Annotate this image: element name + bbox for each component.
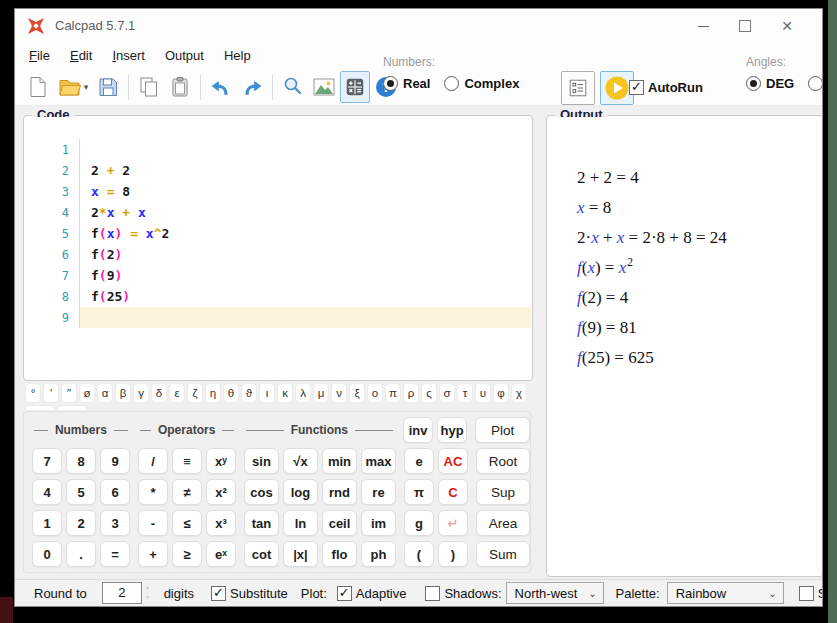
keypad-button[interactable]: xʸ [206, 448, 236, 474]
symbol-button[interactable]: ς [421, 383, 437, 403]
keypad-button[interactable]: sin [244, 448, 279, 474]
menu-item[interactable]: Help [214, 44, 261, 67]
symbol-button[interactable]: π [385, 383, 401, 403]
new-file-button[interactable] [23, 71, 53, 103]
save-button[interactable] [93, 71, 123, 103]
keypad-button[interactable]: C [438, 479, 468, 505]
symbol-button[interactable]: ′ [43, 383, 59, 403]
maximize-button[interactable] [724, 11, 766, 41]
keypad-button[interactable]: cos [244, 479, 279, 505]
symbol-button[interactable]: ø [79, 383, 95, 403]
symbol-button[interactable]: τ [457, 383, 473, 403]
keypad-button[interactable]: im [361, 510, 396, 536]
symbol-button[interactable]: θ [223, 383, 239, 403]
keypad-button[interactable]: = [100, 541, 130, 567]
keypad-button[interactable]: π [404, 479, 434, 505]
angles-radio-option[interactable]: RAD [808, 76, 823, 91]
symbol-button[interactable]: δ [151, 383, 167, 403]
redo-button[interactable] [237, 71, 267, 103]
symbol-button[interactable]: λ [295, 383, 311, 403]
keypad-side-button[interactable]: Area [476, 510, 530, 536]
keypad-button[interactable]: rnd [322, 479, 357, 505]
keypad-button[interactable]: 2 [66, 510, 96, 536]
symbol-button[interactable]: ξ [349, 383, 365, 403]
keypad-button[interactable]: ≤ [172, 510, 202, 536]
symbol-button[interactable]: γ [133, 383, 149, 403]
keypad-button[interactable]: AC [438, 448, 468, 474]
numbers-radio-option[interactable]: Real [383, 76, 430, 91]
shadows-select[interactable]: North-west ⌄ [506, 582, 604, 604]
symbol-button[interactable]: ψ [25, 405, 55, 410]
keypad-button[interactable]: * [138, 479, 168, 505]
substitute-toggle[interactable]: Substitute [211, 586, 288, 601]
keypad-button[interactable]: √x [283, 448, 318, 474]
paste-button[interactable] [165, 71, 195, 103]
keypad-button[interactable]: x² [206, 479, 236, 505]
keypad-button[interactable]: ln [283, 510, 318, 536]
keypad-button[interactable]: ≡ [172, 448, 202, 474]
keypad-button[interactable]: 9 [100, 448, 130, 474]
symbol-button[interactable]: ω [57, 405, 87, 410]
smooth-checkbox[interactable] [799, 586, 814, 601]
shadows-toggle[interactable]: Shadows: [425, 586, 501, 601]
minimize-button[interactable] [682, 11, 724, 41]
plot-button[interactable]: Plot [475, 417, 530, 443]
symbol-button[interactable]: ι [259, 383, 275, 403]
autorun-toggle[interactable]: AutoRun [629, 80, 703, 95]
adaptive-toggle[interactable]: Adaptive [337, 586, 407, 601]
keypad-button[interactable]: 1 [32, 510, 62, 536]
adaptive-checkbox[interactable] [337, 586, 352, 601]
symbol-button[interactable]: ρ [403, 383, 419, 403]
keypad-button[interactable]: e [404, 448, 434, 474]
numbers-radio-option[interactable]: Complex [444, 76, 519, 91]
keypad-button[interactable]: flo [322, 541, 357, 567]
angles-radio-option[interactable]: DEG [746, 76, 794, 91]
symbol-button[interactable]: κ [277, 383, 293, 403]
symbol-button[interactable]: ν [331, 383, 347, 403]
stepper-down-icon[interactable]: ⌄ [145, 593, 151, 599]
keypad-button[interactable]: ph [361, 541, 396, 567]
keypad-button[interactable]: / [138, 448, 168, 474]
keypad-button[interactable]: 8 [66, 448, 96, 474]
keypad-button[interactable]: ) [438, 541, 468, 567]
symbol-button[interactable]: β [115, 383, 131, 403]
hyp-button[interactable]: hyp [437, 417, 467, 443]
symbol-button[interactable]: ° [25, 383, 41, 403]
keypad-button[interactable]: 7 [32, 448, 62, 474]
symbol-button[interactable]: χ [511, 383, 527, 403]
find-button[interactable] [278, 71, 308, 103]
keypad-side-button[interactable]: Root [476, 448, 530, 474]
symbol-button[interactable]: μ [313, 383, 329, 403]
menu-item[interactable]: Insert [102, 44, 155, 67]
open-file-button[interactable]: ▾ [54, 71, 92, 103]
keypad-button[interactable]: x³ [206, 510, 236, 536]
radio-icon[interactable] [383, 76, 398, 91]
keypad-button[interactable]: log [283, 479, 318, 505]
keypad-side-button[interactable]: Sup [476, 479, 530, 505]
keypad-button[interactable]: re [361, 479, 396, 505]
palette-select[interactable]: Rainbow ⌄ [667, 582, 784, 604]
symbol-button[interactable]: ο [367, 383, 383, 403]
keypad-button[interactable]: 3 [100, 510, 130, 536]
undo-button[interactable] [206, 71, 236, 103]
symbol-button[interactable]: φ [493, 383, 509, 403]
symbol-button[interactable]: α [97, 383, 113, 403]
smooth-toggle[interactable]: Smooth [799, 586, 822, 601]
keypad-button[interactable]: 4 [32, 479, 62, 505]
symbol-button[interactable]: υ [475, 383, 491, 403]
keypad-button[interactable]: max [361, 448, 396, 474]
keypad-button[interactable]: eˣ [206, 541, 236, 567]
menu-item[interactable]: File [19, 44, 60, 67]
keypad-button[interactable]: ≠ [172, 479, 202, 505]
keypad-button[interactable]: 6 [100, 479, 130, 505]
autorun-checkbox[interactable] [629, 80, 644, 95]
substitute-checkbox[interactable] [211, 586, 226, 601]
calculator-button[interactable] [340, 71, 370, 103]
symbol-button[interactable]: ε [169, 383, 185, 403]
keypad-button[interactable]: cot [244, 541, 279, 567]
keypad-button[interactable]: g [404, 510, 434, 536]
symbol-button[interactable]: σ [439, 383, 455, 403]
copy-button[interactable] [134, 71, 164, 103]
keypad-button[interactable]: ↵ [438, 510, 468, 536]
radio-icon[interactable] [808, 76, 823, 91]
